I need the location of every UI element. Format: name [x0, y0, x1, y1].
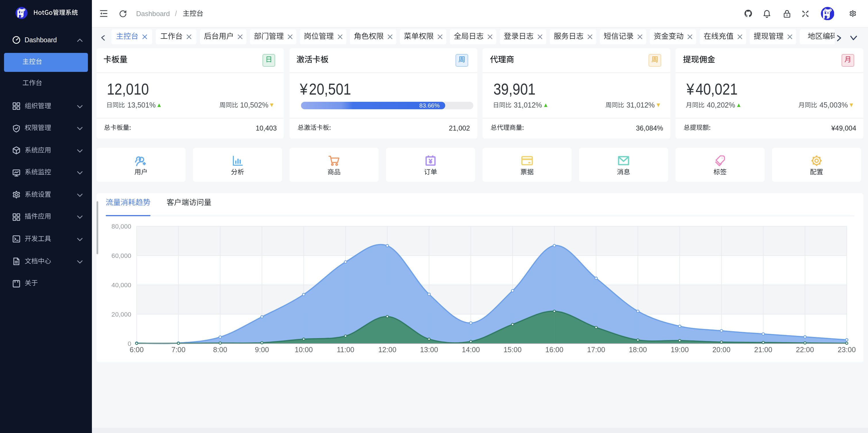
svg-text:7:00: 7:00 [172, 346, 186, 354]
svg-text:40,000: 40,000 [112, 282, 131, 289]
svg-text:15:00: 15:00 [503, 346, 522, 354]
svg-text:60,000: 60,000 [112, 252, 131, 259]
svg-text:16:00: 16:00 [545, 346, 563, 354]
svg-text:21:00: 21:00 [754, 346, 772, 354]
svg-text:18:00: 18:00 [629, 346, 647, 354]
svg-text:11:00: 11:00 [337, 346, 354, 354]
svg-text:10:00: 10:00 [295, 346, 313, 354]
svg-text:9:00: 9:00 [255, 346, 269, 354]
svg-text:20,000: 20,000 [112, 311, 131, 318]
svg-text:22:00: 22:00 [796, 346, 814, 354]
svg-text:80,000: 80,000 [112, 223, 131, 230]
svg-text:19:00: 19:00 [671, 346, 689, 354]
svg-text:20:00: 20:00 [712, 346, 731, 354]
svg-text:23:00: 23:00 [838, 346, 856, 354]
svg-text:8:00: 8:00 [213, 346, 227, 354]
svg-text:12:00: 12:00 [378, 346, 396, 354]
svg-text:17:00: 17:00 [587, 346, 605, 354]
svg-text:13:00: 13:00 [420, 346, 438, 354]
svg-text:6:00: 6:00 [129, 346, 144, 354]
svg-text:14:00: 14:00 [462, 346, 480, 354]
